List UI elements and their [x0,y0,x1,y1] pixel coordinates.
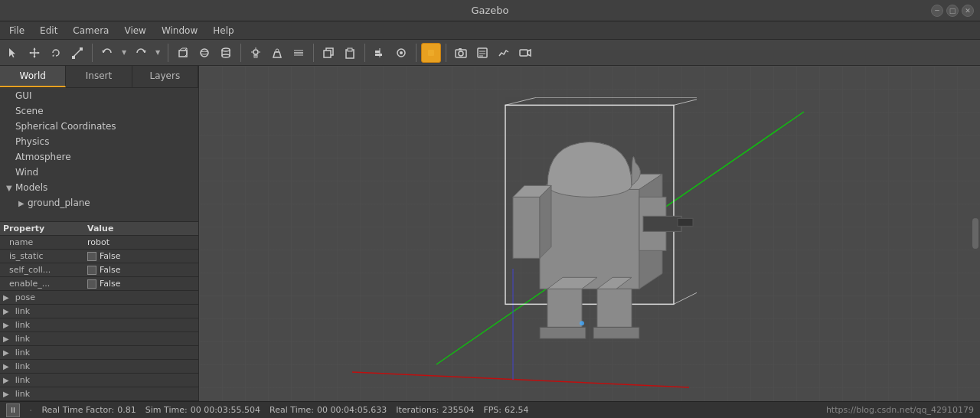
sphere-button[interactable] [194,43,214,63]
prop-name-link7: link [12,389,96,399]
sep4 [313,44,314,62]
enable-checkbox[interactable] [87,279,96,289]
svg-rect-68 [547,289,582,331]
prop-name-link5: link [12,361,96,371]
tree-item-models[interactable]: ▼ Models [0,180,198,195]
log-button[interactable] [472,43,492,63]
prop-name-name: name [3,237,87,247]
minimize-button[interactable]: ─ [931,5,943,17]
pause-button[interactable]: ⏸ [6,403,20,417]
tree-item-scene[interactable]: Scene [0,103,198,119]
tab-insert[interactable]: Insert [66,66,132,87]
sim-time-item: Sim Time: 00 00:03:55.504 [145,405,260,415]
translate-tool-button[interactable] [24,43,44,63]
val-col-header: Value [87,224,195,233]
box-button[interactable] [173,43,193,63]
prop-row-pose[interactable]: ▶ pose [0,291,198,305]
tab-layers[interactable]: Layers [132,66,198,87]
svg-point-14 [201,49,208,57]
menu-view[interactable]: View [119,24,150,38]
tree-label: Atmosphere [15,152,71,162]
link4-expand-arrow: ▶ [3,348,9,357]
menu-help[interactable]: Help [208,24,238,38]
svg-rect-8 [72,56,75,59]
color-button[interactable] [421,43,441,63]
plot-button[interactable] [494,43,514,63]
cylinder-button[interactable] [216,43,236,63]
tree-area: GUI Scene Spherical Coordinates Physics … [0,88,198,221]
prop-row-link-6[interactable]: ▶ link [0,374,198,387]
prop-row-link-5[interactable]: ▶ link [0,360,198,374]
svg-point-16 [222,48,230,51]
rotate-tool-button[interactable] [46,43,66,63]
tree-item-atmosphere[interactable]: Atmosphere [0,149,198,165]
spot-light-button[interactable] [267,43,287,63]
tree-item-gui[interactable]: GUI [0,88,198,103]
tree-item-physics[interactable]: Physics [0,134,198,149]
prop-col-header: Property [3,224,87,233]
svg-rect-35 [375,54,382,56]
tree-arrow: ▼ [6,184,15,192]
url-display: https://blog.csdn.net/qq_42910179 [826,405,974,415]
menu-camera[interactable]: Camera [68,24,113,38]
tree-label: Physics [15,136,49,147]
tree-label: ground_plane [28,198,90,208]
scrollbar-handle[interactable] [972,218,978,249]
self-coll-checkbox[interactable] [87,266,96,275]
tree-item-spherical[interactable]: Spherical Coordinates [0,119,198,134]
iterations-label: Iterations: [396,405,439,415]
sep5 [364,44,365,62]
menu-window[interactable]: Window [157,24,202,38]
toolbar: ▼ ▼ [0,40,980,66]
redo-dropdown[interactable]: ▼ [152,43,163,63]
3d-viewport[interactable] [199,66,980,401]
dir-light-button[interactable] [289,43,309,63]
tree-label: Spherical Coordinates [15,121,116,132]
fps-item: FPS: 62.54 [483,405,528,415]
sep7 [446,44,446,62]
prop-row-link-2[interactable]: ▶ link [0,318,198,332]
svg-point-19 [222,54,230,57]
real-time-factor-value: 0.81 [117,405,136,415]
video-button[interactable] [515,43,535,63]
paste-button[interactable] [340,43,360,63]
prop-value-name: robot [87,237,195,247]
prop-row-link-1[interactable]: ▶ link [0,305,198,318]
tab-world[interactable]: World [0,66,66,87]
robot-svg [482,97,697,342]
maximize-button[interactable]: □ [946,5,959,17]
real-time-factor-item: Real Time Factor: 0.81 [41,405,136,415]
prop-name-link4: link [12,348,96,358]
align-left-button[interactable] [370,43,390,63]
menu-edit[interactable]: Edit [35,24,62,38]
tree-item-ground-plane[interactable]: ▶ ground_plane [0,195,198,211]
point-light-button[interactable] [246,43,266,63]
sim-time-value: 00 00:03:55.504 [191,405,260,415]
prop-row-link-4[interactable]: ▶ link [0,346,198,360]
tree-item-wind[interactable]: Wind [0,165,198,180]
svg-rect-42 [459,48,462,50]
screenshot-button[interactable] [451,43,471,63]
svg-line-53 [505,97,536,105]
menu-file[interactable]: File [5,24,29,38]
enable-val: False [100,279,121,289]
close-button[interactable]: ✕ [962,5,974,17]
undo-dropdown[interactable]: ▼ [119,43,129,63]
select-tool-button[interactable] [3,43,23,63]
copy-button[interactable] [318,43,338,63]
svg-point-74 [580,321,584,325]
is-static-checkbox[interactable] [87,252,96,261]
scale-tool-button[interactable] [67,43,87,63]
prop-name-link1: link [12,306,96,316]
status-bar: ⏸ · Real Time Factor: 0.81 Sim Time: 00 … [0,401,980,418]
prop-value-is-static: False [87,251,195,261]
svg-rect-66 [643,216,681,231]
undo-button[interactable] [97,43,117,63]
prop-row-link-7[interactable]: ▶ link [0,387,198,401]
link5-expand-arrow: ▶ [3,362,9,371]
svg-rect-9 [80,47,83,51]
real-time-factor-label: Real Time Factor: [41,405,114,415]
redo-button[interactable] [131,43,151,63]
align-right-button[interactable] [391,43,411,63]
prop-row-link-3[interactable]: ▶ link [0,332,198,346]
